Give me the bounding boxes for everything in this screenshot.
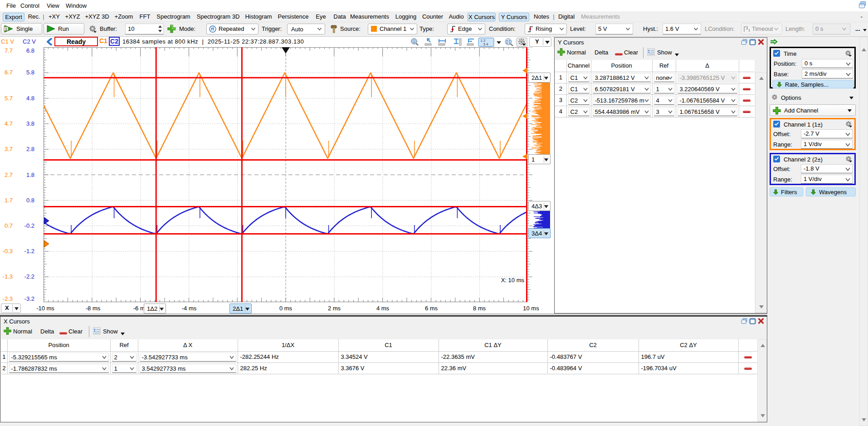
svg-text:X: 10 ms: X: 10 ms	[501, 277, 525, 284]
svg-text:3 4: 3 4	[483, 42, 488, 46]
svg-text:1: 1	[5, 27, 7, 31]
svg-text:1: 1	[413, 40, 415, 43]
